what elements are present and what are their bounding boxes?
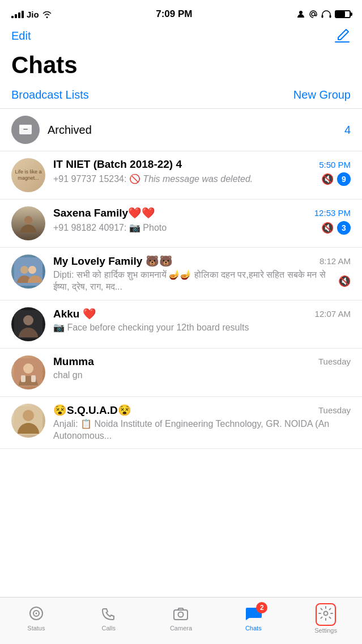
camera-tab-icon bbox=[173, 605, 189, 624]
archived-icon bbox=[11, 116, 40, 144]
svg-point-11 bbox=[23, 315, 33, 325]
svg-point-17 bbox=[23, 410, 34, 421]
svg-rect-5 bbox=[19, 125, 32, 128]
chat-preview: +91 98182 40917: 📷 Photo bbox=[53, 222, 318, 234]
edit-button[interactable]: Edit bbox=[11, 29, 31, 43]
tab-label-calls: Calls bbox=[101, 625, 115, 632]
chat-list: Life is like a magnet... IT NIET (Batch … bbox=[0, 151, 362, 449]
tab-bar: Status Calls Camera 2 bbox=[0, 597, 362, 644]
svg-rect-2 bbox=[322, 15, 323, 18]
mute-icon: 🔇 bbox=[321, 173, 334, 185]
chat-preview: Anjali: 📋 Noida Institute of Engineering… bbox=[53, 418, 351, 442]
settings-tab-icon bbox=[318, 605, 334, 624]
avatar: Life is like a magnet... bbox=[11, 158, 45, 192]
nav-bar: Edit bbox=[0, 25, 362, 49]
calls-tab-icon bbox=[101, 605, 117, 624]
compose-icon[interactable] bbox=[334, 27, 351, 44]
status-time: 7:09 PM bbox=[156, 9, 192, 20]
svg-point-1 bbox=[312, 12, 315, 16]
chat-preview: +91 97737 15234: 🚫 This message was dele… bbox=[53, 173, 318, 185]
tab-item-chats[interactable]: 2 Chats bbox=[217, 598, 289, 635]
svg-rect-4 bbox=[19, 126, 32, 134]
status-tab-icon bbox=[28, 605, 44, 624]
chat-time: Tuesday bbox=[318, 357, 351, 366]
tab-item-status[interactable]: Status bbox=[0, 598, 73, 635]
chats-tab-badge: 2 bbox=[256, 602, 267, 613]
unread-badge: 3 bbox=[337, 221, 351, 235]
chat-name: Mumma bbox=[53, 355, 314, 368]
unread-badge: 9 bbox=[337, 172, 351, 186]
chat-preview: Dipti: सभी को हार्दिक शुभ कामनायें 🪔🪔 हो… bbox=[53, 269, 335, 293]
chat-time: Tuesday bbox=[318, 405, 351, 415]
svg-rect-15 bbox=[31, 375, 36, 382]
status-right bbox=[296, 10, 351, 19]
archived-count: 4 bbox=[344, 124, 351, 137]
chat-name: My Lovely Family 🐻🐻 bbox=[53, 255, 315, 268]
svg-point-0 bbox=[299, 11, 303, 14]
tab-item-calls[interactable]: Calls bbox=[73, 598, 145, 635]
svg-rect-14 bbox=[21, 375, 25, 382]
chat-time: 12:53 PM bbox=[314, 208, 351, 218]
svg-point-8 bbox=[20, 266, 28, 274]
tab-item-settings[interactable]: Settings bbox=[289, 598, 362, 635]
avatar bbox=[11, 255, 45, 289]
svg-point-6 bbox=[24, 216, 32, 224]
avatar bbox=[11, 404, 45, 438]
chat-preview: 📷 Face before checking your 12th board r… bbox=[53, 322, 351, 334]
wifi-icon bbox=[42, 10, 52, 18]
archived-row[interactable]: Archived 4 bbox=[0, 109, 362, 151]
svg-rect-3 bbox=[330, 15, 331, 18]
new-group-button[interactable]: New Group bbox=[293, 88, 351, 101]
avatar bbox=[11, 307, 45, 341]
svg-point-9 bbox=[28, 266, 36, 274]
toolbar-row: Broadcast Lists New Group bbox=[0, 84, 362, 109]
chat-name: Saxena Family❤️❤️ bbox=[53, 206, 310, 219]
chat-time: 12:07 AM bbox=[315, 309, 351, 319]
tab-item-camera[interactable]: Camera bbox=[145, 598, 218, 635]
chat-name: Akku ❤️ bbox=[53, 307, 310, 320]
tab-label-settings: Settings bbox=[314, 627, 337, 634]
broadcast-lists-button[interactable]: Broadcast Lists bbox=[11, 88, 89, 101]
person-icon bbox=[296, 10, 305, 19]
chat-row[interactable]: Akku ❤️ 12:07 AM 📷 Face before checking … bbox=[0, 300, 362, 349]
chat-time: 8:12 AM bbox=[320, 256, 351, 266]
archived-label: Archived bbox=[48, 124, 344, 137]
chat-preview: chal gn bbox=[53, 370, 351, 382]
mute-icon: 🔇 bbox=[321, 222, 334, 234]
chat-row[interactable]: 😵S.Q.U.A.D😵 Tuesday Anjali: 📋 Noida Inst… bbox=[0, 397, 362, 450]
chat-row[interactable]: Life is like a magnet... IT NIET (Batch … bbox=[0, 151, 362, 200]
tab-label-camera: Camera bbox=[170, 625, 192, 632]
svg-point-13 bbox=[23, 363, 33, 374]
carrier-label: Jio bbox=[27, 10, 39, 19]
chat-row[interactable]: My Lovely Family 🐻🐻 8:12 AM Dipti: सभी क… bbox=[0, 248, 362, 300]
status-bar: Jio 7:09 PM bbox=[0, 0, 362, 25]
tab-label-chats: Chats bbox=[245, 625, 262, 632]
svg-point-23 bbox=[324, 612, 328, 616]
avatar bbox=[11, 206, 45, 240]
headphones-icon bbox=[321, 10, 331, 19]
avatar bbox=[11, 355, 45, 389]
tab-label-status: Status bbox=[27, 625, 45, 632]
signal-bars bbox=[11, 11, 24, 18]
svg-point-20 bbox=[35, 613, 37, 615]
chat-row[interactable]: Saxena Family❤️❤️ 12:53 PM +91 98182 409… bbox=[0, 200, 362, 248]
chat-name: 😵S.Q.U.A.D😵 bbox=[53, 404, 314, 417]
chat-time: 5:50 PM bbox=[319, 160, 351, 170]
mute-icon: 🔇 bbox=[338, 275, 351, 287]
chat-name: IT NIET (Batch 2018-22) 4 bbox=[53, 158, 314, 171]
page-title: Chats bbox=[0, 49, 362, 84]
settings-highlight-border bbox=[316, 603, 336, 626]
svg-point-22 bbox=[178, 612, 184, 617]
chat-row[interactable]: Mumma Tuesday chal gn bbox=[0, 349, 362, 397]
battery-icon bbox=[335, 10, 351, 18]
status-left: Jio bbox=[11, 10, 52, 19]
at-icon bbox=[309, 10, 318, 19]
